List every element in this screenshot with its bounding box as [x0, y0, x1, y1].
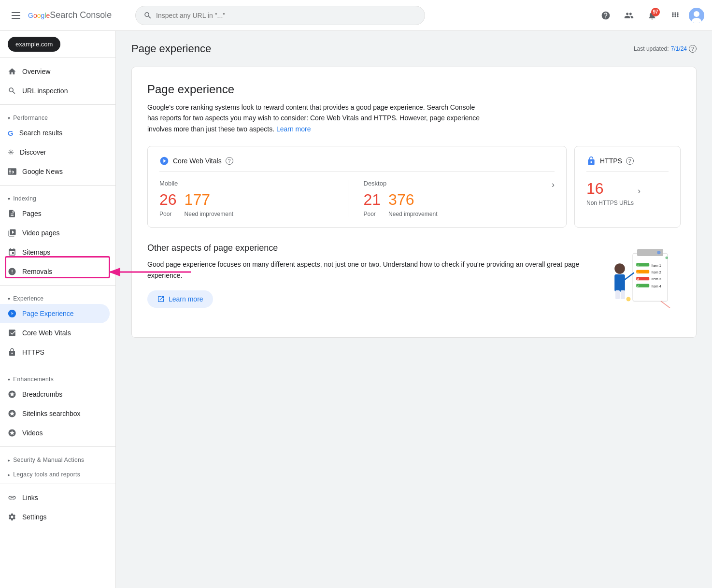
sidebar-item-video-pages[interactable]: Video pages	[0, 223, 115, 243]
core-web-vitals-card[interactable]: Core Web Vitals ? Mobile 26 Poor	[147, 146, 567, 228]
sidebar-item-page-experience[interactable]: ⊕ Page Experience	[0, 304, 110, 323]
section-performance[interactable]: ▾ Performance	[0, 109, 115, 123]
sidebar-item-videos[interactable]: Videos	[0, 423, 115, 443]
section-enhancements[interactable]: ▾ Enhancements	[0, 370, 115, 385]
section-security[interactable]: ▸ Security & Manual Actions	[0, 451, 115, 465]
https-numbers: 16 Non HTTPS URLs ›	[586, 180, 669, 206]
sidebar-item-label: Pages	[22, 210, 42, 217]
svg-text:Item 1: Item 1	[652, 263, 661, 268]
user-avatar[interactable]	[689, 8, 704, 23]
sidebar-divider	[0, 285, 115, 286]
sidebar-item-https[interactable]: HTTPS	[0, 343, 115, 362]
help-button[interactable]	[596, 6, 615, 25]
page-experience-icon: ⊕	[8, 309, 16, 318]
sidebar-divider	[0, 366, 115, 366]
cwv-header: Core Web Vitals ?	[159, 156, 555, 172]
svg-point-25	[657, 251, 660, 254]
desktop-label: Desktop	[364, 180, 537, 187]
svg-line-24	[625, 273, 634, 280]
learn-more-inline-link[interactable]: Learn more	[276, 125, 311, 133]
sidebar: example.com Overview URL inspection ▾ Pe…	[0, 31, 116, 588]
sidebar-item-google-news[interactable]: Google News	[0, 162, 115, 181]
sidebar-item-label: Search results	[19, 129, 62, 137]
https-help-icon[interactable]: ?	[626, 157, 634, 165]
mobile-label: Mobile	[159, 180, 332, 187]
sidebar-item-discover[interactable]: ✳ Discover	[0, 143, 115, 162]
topnav-right: 97	[596, 6, 704, 25]
sidebar-item-overview[interactable]: Overview	[0, 62, 115, 81]
sidebar-divider	[0, 446, 115, 447]
cwv-header-icon	[159, 156, 169, 166]
chevron-right-icon: ▸	[8, 472, 10, 477]
section-legacy[interactable]: ▸ Legacy tools and reports	[0, 465, 115, 480]
sidebar-item-links[interactable]: Links	[0, 488, 115, 507]
metric-divider	[348, 180, 348, 217]
mobile-improvement-count: 177	[185, 191, 233, 209]
help-icon[interactable]: ?	[689, 45, 697, 53]
https-card[interactable]: HTTPS ? 16 Non HTTPS URLs ›	[574, 146, 681, 228]
sidebar-item-pages[interactable]: Pages	[0, 204, 115, 223]
notifications-button[interactable]: 97	[642, 6, 662, 25]
menu-button[interactable]	[8, 6, 24, 25]
property-selector[interactable]: example.com	[0, 31, 115, 58]
url-inspection-search[interactable]	[135, 6, 425, 25]
https-title: HTTPS	[600, 157, 622, 165]
main-card: Page experience Google's core ranking sy…	[131, 67, 697, 338]
sidebar-item-url-inspection[interactable]: URL inspection	[0, 81, 115, 100]
svg-point-1	[694, 11, 699, 17]
learn-more-button[interactable]: Learn more	[147, 290, 213, 308]
last-updated-label: Last updated:	[634, 45, 669, 52]
sidebar-item-label: Page Experience	[22, 310, 74, 317]
card-title: Page experience	[147, 83, 681, 96]
section-experience[interactable]: ▾ Experience	[0, 289, 115, 304]
sidebar-divider	[0, 484, 115, 484]
property-pill[interactable]: example.com	[8, 37, 60, 52]
cwv-help-icon[interactable]: ?	[226, 157, 233, 165]
sidebar-item-sitelinks-searchbox[interactable]: Sitelinks searchbox	[0, 404, 115, 423]
pages-icon	[8, 209, 16, 218]
other-aspects-desc: Good page experience focuses on many dif…	[147, 259, 582, 281]
svg-text:✓: ✓	[637, 284, 640, 288]
sidebar-item-label: Discover	[20, 148, 46, 156]
sidebar-item-label: URL inspection	[22, 87, 68, 95]
sidebar-item-search-results[interactable]: G Search results	[0, 123, 115, 143]
home-icon	[8, 67, 16, 76]
last-updated-date: 7/1/24	[671, 45, 687, 52]
svg-point-27	[627, 297, 631, 301]
sidebar-divider	[0, 185, 115, 186]
cwv-metrics: Mobile 26 Poor 177 Need improvement	[159, 180, 555, 217]
sidebar-item-sitemaps[interactable]: Sitemaps	[0, 243, 115, 262]
logo-g2: g	[41, 12, 44, 19]
videos-icon	[8, 429, 16, 437]
logo-o2: o	[37, 12, 41, 19]
other-aspects-text: Other aspects of page experience Good pa…	[147, 243, 582, 308]
google-logo: Google Search Console	[28, 10, 112, 20]
https-label: Non HTTPS URLs	[586, 200, 634, 206]
metrics-row: Core Web Vitals ? Mobile 26 Poor	[147, 146, 681, 228]
svg-text:✓: ✓	[637, 263, 640, 268]
accounts-button[interactable]	[619, 6, 639, 25]
sidebar-item-label: Core Web Vitals	[22, 329, 71, 337]
apps-button[interactable]	[666, 6, 685, 25]
links-icon	[8, 493, 16, 502]
section-label: Indexing	[13, 195, 36, 202]
product-name: Search Console	[50, 10, 112, 20]
sidebar-item-removals[interactable]: Removals	[0, 262, 115, 281]
search-input[interactable]	[156, 12, 417, 19]
news-icon	[8, 167, 16, 176]
logo-e: e	[46, 12, 50, 19]
sidebar-item-settings[interactable]: Settings	[0, 507, 115, 527]
sidebar-item-core-web-vitals[interactable]: Core Web Vitals	[0, 323, 115, 343]
section-label: Security & Manual Actions	[13, 457, 84, 463]
page-title: Page experience	[131, 43, 211, 55]
sidebar-item-label: Sitelinks searchbox	[22, 410, 81, 417]
section-label: Enhancements	[13, 376, 54, 383]
svg-text:Item 4: Item 4	[652, 284, 661, 288]
svg-line-28	[661, 301, 670, 308]
sidebar-item-breadcrumbs[interactable]: Breadcrumbs	[0, 385, 115, 404]
sidebar-item-label: Sitemaps	[22, 248, 50, 256]
section-indexing[interactable]: ▾ Indexing	[0, 189, 115, 204]
discover-icon: ✳	[8, 148, 14, 157]
settings-icon	[8, 513, 16, 521]
svg-rect-21	[614, 274, 625, 292]
